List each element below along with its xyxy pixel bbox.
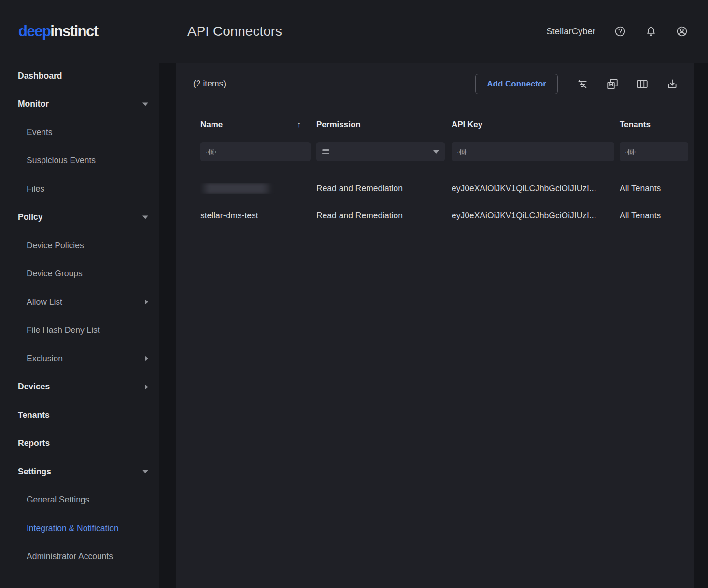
chevron-right-icon [145,356,148,361]
filter-cell-permission [316,142,452,161]
equals-filter-icon [322,149,329,154]
sidebar-item-tenants[interactable]: Tenants [0,401,159,430]
tenants-filter-input[interactable]: abc [620,142,688,161]
filter-off-icon[interactable] [576,78,589,90]
sidebar-item-files[interactable]: Files [0,175,159,203]
sidebar-item-monitor[interactable]: Monitor [0,90,159,119]
sidebar-item-devices[interactable]: Devices [0,373,159,402]
sidebar-item-label: Exclusion [27,354,63,364]
sidebar-item-label: Devices [18,382,50,392]
app-root: deepinstinct Dashboard Monitor Events Su… [0,0,708,588]
sidebar-item-label: Device Policies [27,241,84,251]
sidebar-item-label: Policy [18,212,43,222]
items-count: (2 items) [193,79,226,89]
table-row[interactable]: Read and Remediation eyJ0eXAiOiJKV1QiLCJ… [200,175,688,202]
table-body: Read and Remediation eyJ0eXAiOiJKV1QiLCJ… [200,175,688,229]
name-filter-input[interactable]: abc [200,142,311,161]
connectors-panel: (2 items) Add Connector [176,63,694,588]
column-header-name[interactable]: Name ↑ [200,120,316,129]
connectors-table: Name ↑ Permission API Key Tenants abc [176,105,694,229]
sidebar-item-policy[interactable]: Policy [0,203,159,232]
notifications-bell-icon[interactable] [645,25,657,38]
text-filter-abc-icon: abc [457,149,468,155]
column-label: Name [200,120,223,129]
permission-filter-field[interactable] [334,148,433,156]
text-filter-abc-icon: abc [206,149,217,155]
column-header-api-key[interactable]: API Key [452,120,620,129]
sidebar-item-administrator-accounts[interactable]: Administrator Accounts [0,543,159,571]
sidebar-item-device-policies[interactable]: Device Policies [0,231,159,260]
cell-api-key: eyJ0eXAiOiJKV1QiLCJhbGciOiJIUzI... [452,211,620,221]
sidebar-item-label: Monitor [18,99,49,109]
column-header-permission[interactable]: Permission [316,120,452,129]
top-bar: API Connectors StellarCyber [159,0,708,63]
chevron-right-icon [145,384,148,390]
api-key-filter-input[interactable]: abc [452,142,614,161]
sidebar-item-general-settings[interactable]: General Settings [0,486,159,515]
account-icon[interactable] [676,25,688,38]
add-connector-button[interactable]: Add Connector [475,74,558,94]
table-header-row: Name ↑ Permission API Key Tenants [200,112,688,137]
cell-name [200,183,316,194]
sidebar-item-events[interactable]: Events [0,118,159,147]
table-row[interactable]: stellar-dms-test Read and Remediation ey… [200,202,688,229]
sidebar-item-dashboard[interactable]: Dashboard [0,62,159,90]
chevron-down-icon [142,215,148,219]
topbar-actions: StellarCyber [546,25,688,38]
permission-filter-dropdown[interactable] [316,142,445,161]
redacted-name-blur [200,183,273,194]
sidebar-item-device-groups[interactable]: Device Groups [0,260,159,288]
sidebar-item-label: File Hash Deny List [27,325,100,335]
sidebar-item-suspicious-events[interactable]: Suspicious Events [0,147,159,175]
sidebar-item-file-hash-deny-list[interactable]: File Hash Deny List [0,316,159,345]
column-label: API Key [452,120,482,129]
sidebar: deepinstinct Dashboard Monitor Events Su… [0,0,159,588]
sidebar-item-label: Settings [18,467,51,477]
toolbar-actions: Add Connector [475,74,679,94]
download-icon[interactable] [666,78,679,90]
cell-permission: Read and Remediation [316,211,452,221]
cell-api-key: eyJ0eXAiOiJKV1QiLCJhbGciOiJIUzI... [452,184,620,194]
column-label: Tenants [620,120,651,129]
help-icon[interactable] [614,25,626,38]
tenants-filter-field[interactable] [641,148,682,156]
cell-permission: Read and Remediation [316,184,452,194]
column-label: Permission [316,120,361,129]
sidebar-item-label: Dashboard [18,71,62,81]
sidebar-item-label: Events [27,128,53,138]
page-title: API Connectors [187,24,282,39]
sidebar-item-reports[interactable]: Reports [0,430,159,458]
chevron-down-icon [142,470,148,473]
cell-tenants: All Tenants [620,184,688,194]
sidebar-item-label: Tenants [18,410,50,420]
content-area: (2 items) Add Connector [159,63,708,588]
sidebar-item-label: Device Groups [27,269,83,279]
filter-cell-api-key: abc [452,142,620,161]
sort-ascending-icon[interactable]: ↑ [297,120,301,129]
sidebar-item-label: Allow List [27,297,62,307]
sidebar-item-settings[interactable]: Settings [0,458,159,486]
table-filter-row: abc [200,142,688,161]
panel-toolbar: (2 items) Add Connector [176,63,694,105]
logo-word-instinct: instinct [50,24,98,39]
sidebar-item-label: Reports [18,438,50,448]
org-name: StellarCyber [546,26,595,37]
sidebar-item-exclusion[interactable]: Exclusion [0,344,159,373]
column-header-tenants[interactable]: Tenants [620,120,688,129]
columns-icon[interactable] [636,78,649,90]
cell-name: stellar-dms-test [200,211,316,221]
chevron-down-icon [142,102,148,106]
api-key-filter-field[interactable] [473,148,609,156]
sidebar-item-allow-list[interactable]: Allow List [0,288,159,316]
dropdown-chevron-icon[interactable] [433,150,439,154]
sidebar-item-integration-notification[interactable]: Integration & Notification [0,514,159,543]
sidebar-item-label: Integration & Notification [27,523,119,533]
name-filter-field[interactable] [222,148,305,156]
cell-tenants: All Tenants [620,211,688,221]
filter-cell-name: abc [200,142,316,161]
sidebar-item-label: Administrator Accounts [27,551,113,561]
sidebar-item-label: General Settings [27,495,89,505]
sidebar-item-label: Suspicious Events [27,156,96,166]
brand-logo: deepinstinct [0,0,159,62]
saved-views-icon[interactable] [606,78,619,90]
